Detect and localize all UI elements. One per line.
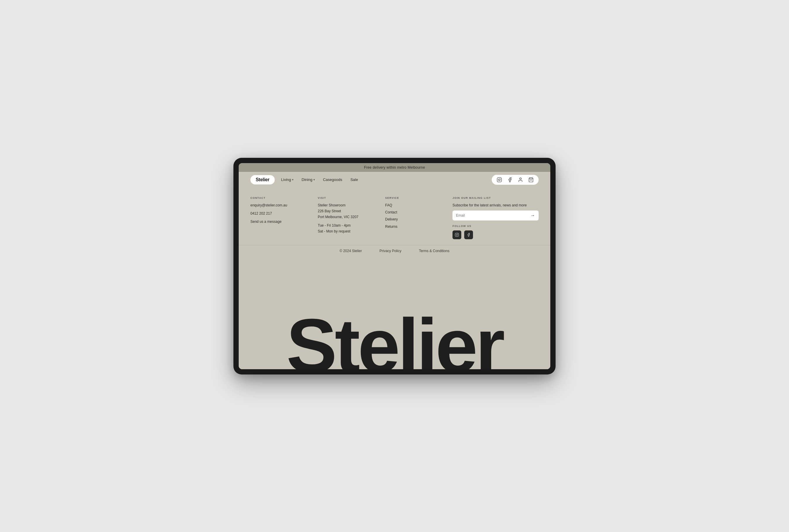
visit-line1: Stelier Showroom <box>318 202 379 208</box>
footer-bottom: © 2024 Stelier Privacy Policy Terms & Co… <box>239 245 550 256</box>
nav-items: Living ▾ Dining ▾ Casegoods Sale <box>278 175 362 184</box>
visit-line4: Tue - Fri 10am - 4pm <box>318 223 379 228</box>
navbar-icons <box>492 175 539 185</box>
facebook-social-button[interactable] <box>464 230 473 239</box>
email-form: → <box>452 210 539 221</box>
svg-point-7 <box>458 234 458 234</box>
chevron-down-icon: ▾ <box>313 178 315 181</box>
chevron-down-icon: ▾ <box>292 178 294 181</box>
logo-text: Stelier <box>256 177 269 183</box>
footer-service: SERVICE FAQ Contact Delivery Returns <box>385 196 447 239</box>
visit-label: VISIT <box>318 196 379 200</box>
svg-rect-5 <box>455 233 459 236</box>
footer-grid: CONTACT enquiry@stelier.com.au 0412 202 … <box>250 196 539 239</box>
svg-point-2 <box>500 178 501 179</box>
footer-contact: CONTACT enquiry@stelier.com.au 0412 202 … <box>250 196 312 239</box>
copyright: © 2024 Stelier <box>340 249 362 253</box>
service-delivery[interactable]: Delivery <box>385 216 447 222</box>
instagram-social-button[interactable] <box>452 230 461 239</box>
visit-line5: Sat - Mon by request <box>318 228 379 234</box>
nav-item-casegoods[interactable]: Casegoods <box>320 175 346 184</box>
mailing-description: Subscribe for the latest arrivals, news … <box>452 202 539 208</box>
account-icon[interactable] <box>518 177 523 183</box>
nav-item-dining[interactable]: Dining ▾ <box>298 175 318 184</box>
contact-message-link[interactable]: Send us a message <box>250 219 312 225</box>
social-icons <box>452 230 539 239</box>
visit-line2: 226 Bay Street <box>318 208 379 214</box>
navbar: Stelier Living ▾ Dining ▾ Casegoods <box>239 172 550 188</box>
tablet-frame: Free delivery within metro Melbourne Ste… <box>233 158 556 375</box>
email-input[interactable] <box>456 211 529 220</box>
footer-content: CONTACT enquiry@stelier.com.au 0412 202 … <box>239 188 550 245</box>
contact-phone: 0412 202 217 <box>250 210 312 216</box>
logo[interactable]: Stelier <box>250 175 275 185</box>
follow-label: FOLLOW US <box>452 225 539 228</box>
footer-mailing: JOIN OUR MAILING LIST Subscribe for the … <box>452 196 539 239</box>
navbar-left: Stelier Living ▾ Dining ▾ Casegoods <box>250 175 361 185</box>
service-contact[interactable]: Contact <box>385 209 447 215</box>
mailing-label: JOIN OUR MAILING LIST <box>452 196 539 200</box>
service-returns[interactable]: Returns <box>385 224 447 230</box>
svg-point-1 <box>499 179 500 180</box>
instagram-icon[interactable] <box>496 177 502 183</box>
cart-icon[interactable] <box>528 177 534 183</box>
contact-email[interactable]: enquiry@stelier.com.au <box>250 202 312 208</box>
announcement-text: Free delivery within metro Melbourne <box>364 166 425 170</box>
email-submit-button[interactable]: → <box>529 212 536 219</box>
brand-watermark: Stelier <box>239 256 550 369</box>
tablet-screen: Free delivery within metro Melbourne Ste… <box>239 163 550 369</box>
contact-label: CONTACT <box>250 196 312 200</box>
nav-item-living[interactable]: Living ▾ <box>278 175 297 184</box>
service-label: SERVICE <box>385 196 447 200</box>
brand-watermark-text: Stelier <box>286 313 503 369</box>
svg-rect-0 <box>497 177 502 182</box>
facebook-icon[interactable] <box>507 177 513 183</box>
privacy-policy-link[interactable]: Privacy Policy <box>379 249 401 253</box>
nav-item-sale[interactable]: Sale <box>347 175 361 184</box>
svg-point-3 <box>520 178 521 179</box>
visit-line3: Port Melbourne, VIC 3207 <box>318 214 379 220</box>
announcement-bar: Free delivery within metro Melbourne <box>239 163 550 172</box>
svg-point-6 <box>456 234 458 236</box>
footer-visit: VISIT Stelier Showroom 226 Bay Street Po… <box>318 196 379 239</box>
service-faq[interactable]: FAQ <box>385 202 447 208</box>
terms-conditions-link[interactable]: Terms & Conditions <box>419 249 449 253</box>
